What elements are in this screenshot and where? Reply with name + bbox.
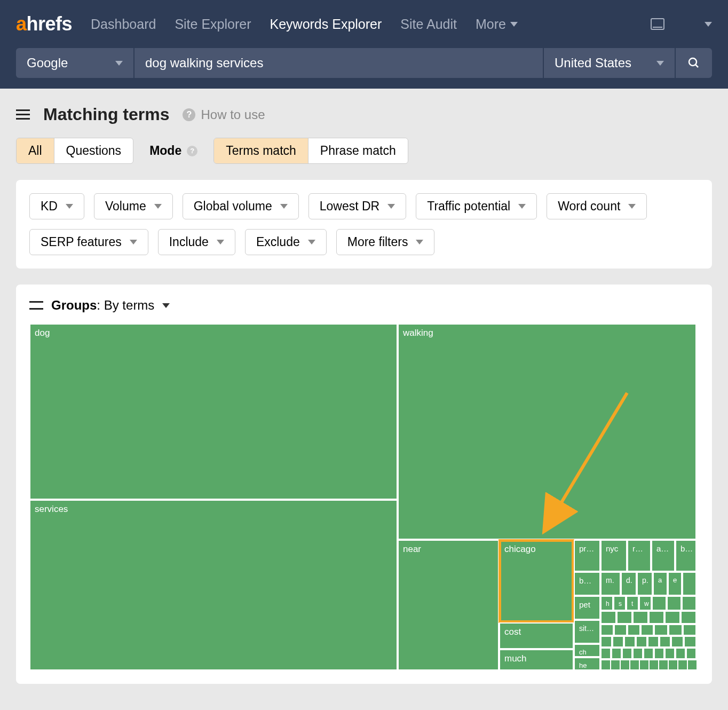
treemap-cell[interactable] — [636, 636, 647, 648]
treemap-cell[interactable] — [600, 636, 612, 648]
treemap-cell[interactable] — [620, 659, 630, 670]
treemap-cell[interactable]: pet — [574, 596, 600, 620]
treemap-cell[interactable] — [611, 648, 622, 659]
treemap-cell[interactable]: d. — [621, 572, 637, 596]
filter-include[interactable]: Include — [158, 229, 235, 255]
treemap-cell[interactable]: r… — [627, 540, 651, 572]
treemap-cell[interactable] — [668, 659, 678, 670]
treemap-cell[interactable] — [648, 611, 664, 624]
tab-phrase-match[interactable]: Phrase match — [308, 138, 408, 163]
treemap-cell[interactable] — [600, 624, 614, 636]
treemap-cell[interactable] — [632, 648, 643, 659]
treemap-cell[interactable]: a… — [651, 540, 675, 572]
chevron-down-icon[interactable] — [162, 303, 170, 308]
filter-word-count[interactable]: Word count — [547, 193, 647, 219]
filter-exclude[interactable]: Exclude — [245, 229, 327, 255]
treemap-cell[interactable] — [658, 659, 669, 670]
treemap-cell[interactable] — [664, 611, 680, 624]
treemap-cell[interactable]: s — [613, 596, 626, 611]
treemap-cell[interactable] — [667, 596, 682, 611]
treemap-cell[interactable] — [687, 659, 698, 670]
tab-questions[interactable]: Questions — [54, 138, 133, 163]
treemap-cell[interactable] — [616, 611, 632, 624]
treemap-cell[interactable]: b… — [574, 572, 600, 596]
help-icon[interactable]: ? — [187, 146, 197, 156]
treemap-cell[interactable]: ch — [574, 644, 600, 657]
treemap-cell[interactable]: h — [600, 596, 613, 611]
treemap-cell-near[interactable]: near — [398, 540, 499, 670]
treemap-cell[interactable]: p. — [637, 572, 653, 596]
search-button[interactable] — [676, 48, 712, 78]
tab-all[interactable]: All — [17, 138, 54, 163]
sliders-icon[interactable] — [29, 300, 43, 311]
filter-lowest-dr[interactable]: Lowest DR — [308, 193, 406, 219]
treemap-cell[interactable] — [668, 624, 683, 636]
treemap-cell[interactable] — [671, 636, 684, 648]
nav-keywords-explorer[interactable]: Keywords Explorer — [270, 17, 382, 32]
treemap-cell[interactable]: nyc — [600, 540, 627, 572]
treemap-cell[interactable] — [622, 648, 632, 659]
treemap-cell[interactable]: w — [639, 596, 652, 611]
display-icon[interactable] — [651, 18, 664, 30]
filter-more-filters[interactable]: More filters — [336, 229, 435, 255]
treemap-cell[interactable] — [682, 572, 697, 596]
treemap-cell[interactable]: t — [626, 596, 639, 611]
treemap-cell[interactable] — [686, 648, 697, 659]
treemap-cell[interactable] — [647, 636, 659, 648]
nav-site-audit[interactable]: Site Audit — [400, 17, 457, 32]
treemap-cell[interactable] — [654, 624, 668, 636]
filter-global-volume[interactable]: Global volume — [183, 193, 299, 219]
treemap-cell[interactable]: m. — [600, 572, 621, 596]
treemap-cell[interactable] — [675, 648, 686, 659]
treemap-cell[interactable] — [664, 648, 675, 659]
how-to-use-link[interactable]: ?How to use — [183, 107, 265, 122]
treemap-cell[interactable]: e — [668, 572, 682, 596]
treemap-cell[interactable] — [684, 636, 697, 648]
menu-icon[interactable] — [16, 109, 30, 120]
treemap-cell-services[interactable]: services — [29, 500, 398, 670]
treemap-cell-walking[interactable]: walking — [398, 324, 697, 540]
treemap-cell[interactable] — [652, 596, 667, 611]
treemap-cell[interactable] — [627, 624, 640, 636]
treemap-cell[interactable]: pr… — [574, 540, 600, 572]
treemap-cell-chicago[interactable]: chicago — [499, 540, 574, 622]
treemap-cell-dog[interactable]: dog — [29, 324, 398, 500]
treemap-cell[interactable] — [600, 648, 611, 659]
country-select[interactable]: United States — [544, 48, 675, 78]
treemap-cell[interactable] — [629, 659, 640, 670]
treemap-cell[interactable] — [677, 659, 688, 670]
tab-terms-match[interactable]: Terms match — [214, 138, 308, 163]
filter-traffic-potential[interactable]: Traffic potential — [416, 193, 537, 219]
treemap-cell[interactable]: he — [574, 657, 600, 670]
treemap-cell[interactable] — [654, 648, 664, 659]
account-dropdown-icon[interactable] — [705, 22, 712, 27]
treemap-cell[interactable] — [632, 611, 648, 624]
treemap-cell[interactable]: b… — [675, 540, 697, 572]
treemap-cell[interactable] — [624, 636, 636, 648]
treemap-cell[interactable] — [682, 596, 697, 611]
treemap-cell[interactable] — [643, 648, 654, 659]
nav-dashboard[interactable]: Dashboard — [91, 17, 156, 32]
treemap-cell[interactable] — [648, 659, 659, 670]
filter-serp-features[interactable]: SERP features — [29, 229, 148, 255]
treemap-cell-much[interactable]: much — [499, 649, 574, 670]
treemap-cell[interactable] — [683, 624, 697, 636]
treemap-cell[interactable] — [600, 611, 616, 624]
nav-site-explorer[interactable]: Site Explorer — [175, 17, 251, 32]
treemap-cell[interactable] — [659, 636, 671, 648]
treemap-cell-cost[interactable]: cost — [499, 622, 574, 649]
nav-more[interactable]: More — [476, 17, 518, 32]
search-engine-select[interactable]: Google — [16, 48, 133, 78]
treemap-cell[interactable] — [680, 611, 697, 624]
treemap-cell[interactable] — [614, 624, 627, 636]
treemap-cell[interactable] — [612, 636, 624, 648]
treemap-cell[interactable] — [600, 659, 611, 670]
keyword-input[interactable] — [134, 48, 543, 78]
filter-kd[interactable]: KD — [29, 193, 84, 219]
treemap-cell[interactable]: sit… — [574, 620, 600, 644]
treemap-cell[interactable] — [639, 659, 650, 670]
treemap-cell[interactable] — [640, 624, 654, 636]
treemap-cell[interactable]: a — [653, 572, 668, 596]
filter-volume[interactable]: Volume — [94, 193, 173, 219]
treemap-cell[interactable] — [610, 659, 621, 670]
